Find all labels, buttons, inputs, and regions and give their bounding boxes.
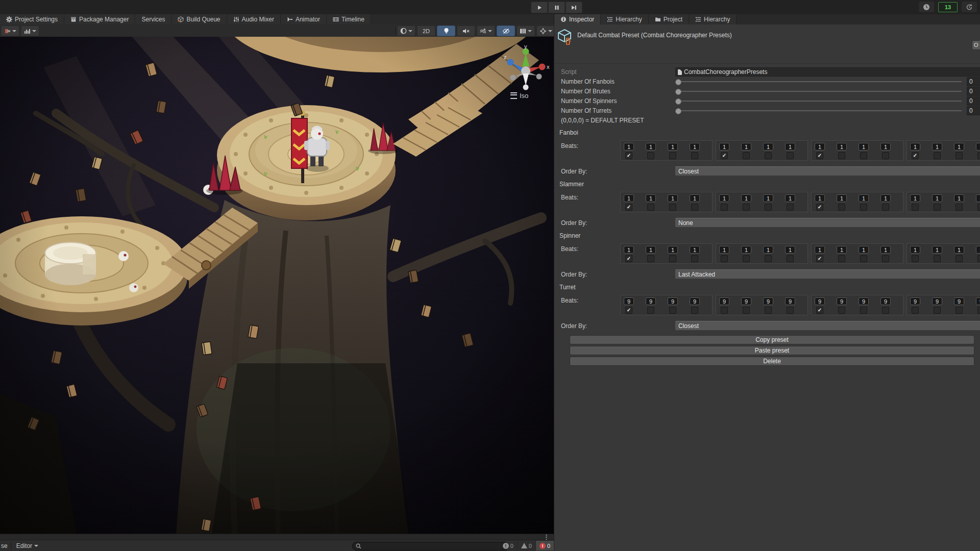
beat-checkbox[interactable]: [765, 255, 772, 262]
order-by-dropdown[interactable]: Last Attacked: [675, 269, 980, 279]
tab-hierarchy[interactable]: Hierarchy: [601, 14, 648, 24]
beat-checkbox[interactable]: [691, 255, 698, 262]
beat-checkbox[interactable]: [787, 204, 794, 211]
beat-value-field[interactable]: 1: [880, 194, 891, 202]
beat-checkbox[interactable]: [838, 204, 845, 211]
slider-number-of-turrets[interactable]: [675, 107, 963, 115]
beat-value-field[interactable]: 1: [837, 194, 847, 202]
beat-checkbox[interactable]: [955, 152, 963, 159]
beat-checkbox[interactable]: [838, 152, 845, 159]
dock-tab-build-queue[interactable]: Build Queue: [172, 14, 227, 24]
beat-value-field[interactable]: 9: [976, 297, 980, 305]
beat-value-field[interactable]: 1: [741, 143, 751, 151]
beat-value-field[interactable]: 1: [741, 246, 751, 254]
slider-value-field[interactable]: 0: [967, 96, 980, 106]
slider-value-field[interactable]: 0: [967, 87, 980, 96]
beat-checkbox[interactable]: ✓: [625, 307, 632, 314]
beat-value-field[interactable]: 1: [880, 246, 891, 254]
beat-checkbox[interactable]: [977, 307, 980, 314]
beat-value-field[interactable]: 1: [880, 143, 891, 151]
beat-checkbox[interactable]: [860, 307, 867, 314]
beat-checkbox[interactable]: [838, 255, 845, 262]
beat-value-field[interactable]: 1: [976, 143, 980, 151]
beat-value-field[interactable]: 1: [859, 143, 869, 151]
beat-value-field[interactable]: 1: [785, 194, 795, 202]
beat-checkbox[interactable]: [765, 204, 772, 211]
beat-value-field[interactable]: 1: [976, 194, 980, 202]
beat-value-field[interactable]: 1: [932, 194, 942, 202]
beat-value-field[interactable]: 9: [837, 297, 847, 305]
beat-checkbox[interactable]: ✓: [721, 152, 728, 159]
slider-value-field[interactable]: 0: [967, 77, 980, 86]
beat-value-field[interactable]: 1: [815, 246, 825, 254]
beat-checkbox[interactable]: [882, 255, 889, 262]
audio-toggle[interactable]: [457, 26, 475, 36]
beat-value-field[interactable]: 1: [624, 143, 634, 151]
open-button-clipped[interactable]: O: [972, 40, 980, 50]
beat-value-field[interactable]: 1: [668, 246, 678, 254]
beat-checkbox[interactable]: [691, 204, 698, 211]
beat-value-field[interactable]: 1: [763, 194, 773, 202]
beat-checkbox[interactable]: ✓: [816, 255, 823, 262]
script-object-field[interactable]: CombatChoreographerPresets: [675, 67, 980, 77]
console-search[interactable]: [352, 542, 508, 550]
beat-checkbox[interactable]: [743, 152, 750, 159]
beat-value-field[interactable]: 1: [815, 143, 825, 151]
beat-checkbox[interactable]: [934, 255, 941, 262]
beat-checkbox[interactable]: [669, 152, 676, 159]
beat-checkbox[interactable]: ✓: [816, 307, 823, 314]
beat-checkbox[interactable]: [977, 204, 980, 211]
slider-value-field[interactable]: 0: [967, 106, 980, 115]
beat-checkbox[interactable]: [647, 255, 654, 262]
history-button[interactable]: [962, 2, 977, 12]
slider-handle[interactable]: [675, 79, 681, 85]
beat-checkbox[interactable]: ✓: [912, 152, 919, 159]
beat-value-field[interactable]: 1: [690, 246, 700, 254]
beat-checkbox[interactable]: [977, 152, 980, 159]
effects-dropdown[interactable]: [477, 26, 495, 36]
beat-checkbox[interactable]: ✓: [816, 152, 823, 159]
beat-checkbox[interactable]: [955, 255, 963, 262]
step-button[interactable]: [566, 2, 582, 13]
dock-tab-timeline[interactable]: Timeline: [327, 14, 371, 24]
beat-value-field[interactable]: 1: [785, 143, 795, 151]
beat-value-field[interactable]: 1: [763, 246, 773, 254]
tab-project[interactable]: Project: [649, 14, 689, 24]
beat-checkbox[interactable]: [647, 204, 654, 211]
beat-value-field[interactable]: 1: [954, 143, 964, 151]
beat-value-field[interactable]: 1: [646, 246, 656, 254]
play-button[interactable]: [531, 2, 548, 13]
warning-counter[interactable]: 0: [517, 541, 535, 550]
slider-number-of-spinners[interactable]: [675, 97, 963, 105]
beat-value-field[interactable]: 1: [690, 194, 700, 202]
beat-checkbox[interactable]: ✓: [625, 255, 632, 262]
tab-hierarchy[interactable]: Hierarchy: [689, 14, 737, 24]
beat-checkbox[interactable]: [912, 255, 919, 262]
beat-value-field[interactable]: 9: [910, 297, 920, 305]
delete-button[interactable]: Delete: [570, 357, 974, 366]
beat-value-field[interactable]: 9: [815, 297, 825, 305]
beat-value-field[interactable]: 1: [646, 143, 656, 151]
tool-settings-dropdown[interactable]: [1, 26, 19, 36]
beat-checkbox[interactable]: [721, 204, 728, 211]
beat-value-field[interactable]: 1: [763, 143, 773, 151]
beat-value-field[interactable]: 1: [859, 194, 869, 202]
beat-value-field[interactable]: 1: [932, 143, 942, 151]
beat-value-field[interactable]: 1: [690, 143, 700, 151]
beat-checkbox[interactable]: [743, 307, 750, 314]
beat-value-field[interactable]: 1: [859, 246, 869, 254]
dock-tab-animator[interactable]: Animator: [281, 14, 327, 24]
error-counter[interactable]: !0: [535, 541, 554, 550]
beat-value-field[interactable]: 1: [719, 246, 729, 254]
beat-value-field[interactable]: 1: [668, 143, 678, 151]
beat-checkbox[interactable]: [787, 307, 794, 314]
beat-checkbox[interactable]: [669, 307, 676, 314]
order-by-dropdown[interactable]: Closest: [675, 321, 980, 331]
dock-tab-services[interactable]: Services: [135, 14, 172, 24]
beat-checkbox[interactable]: ✓: [816, 204, 823, 211]
beat-value-field[interactable]: 1: [910, 143, 920, 151]
clock-button[interactable]: [919, 2, 934, 12]
beat-checkbox[interactable]: [912, 307, 919, 314]
beat-value-field[interactable]: 1: [719, 143, 729, 151]
beat-value-field[interactable]: 1: [719, 194, 729, 202]
